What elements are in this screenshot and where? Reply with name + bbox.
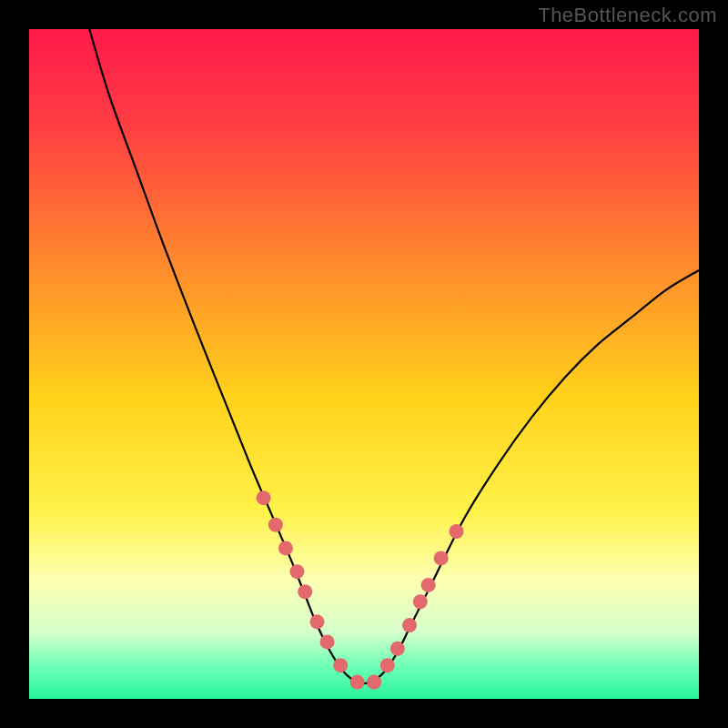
marker-point [278, 541, 293, 555]
curve-layer [29, 29, 699, 699]
marker-point [268, 518, 283, 532]
marker-point [320, 634, 335, 649]
highlight-points [257, 490, 464, 689]
watermark-text: TheBottleneck.com [538, 4, 717, 27]
chart-frame: TheBottleneck.com [0, 0, 728, 728]
marker-point [289, 564, 304, 579]
marker-point [257, 490, 271, 505]
marker-point [380, 658, 395, 672]
marker-point [421, 578, 436, 592]
marker-point [413, 594, 428, 609]
marker-point [434, 551, 449, 565]
marker-point [333, 658, 348, 672]
marker-point [450, 524, 464, 539]
marker-point [350, 675, 365, 690]
marker-point [390, 642, 405, 656]
plot-area [29, 29, 699, 699]
marker-point [402, 618, 417, 632]
marker-point [309, 614, 324, 629]
marker-point [298, 584, 312, 599]
bottleneck-curve [89, 29, 699, 683]
marker-point [367, 675, 381, 690]
